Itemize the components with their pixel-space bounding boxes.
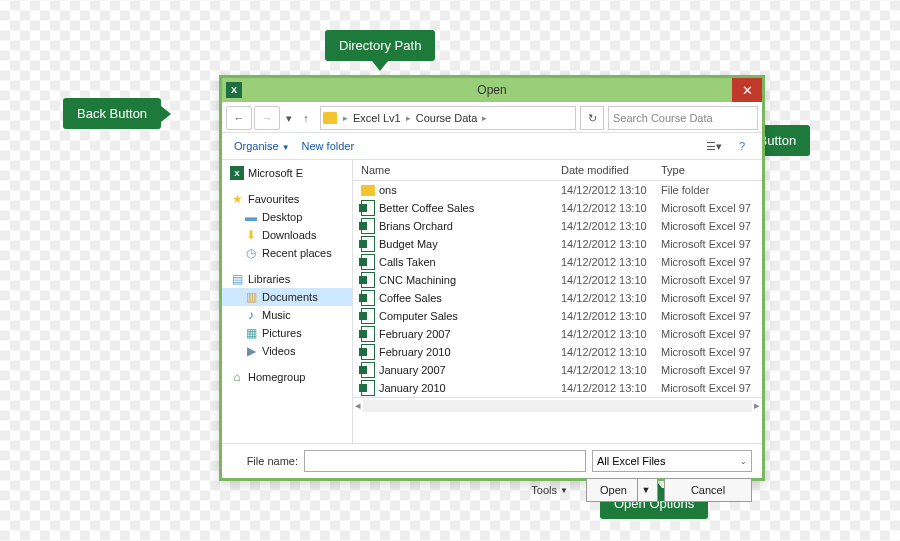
close-button[interactable]: ✕ [732,78,762,102]
file-type: Microsoft Excel 97 [661,382,762,394]
file-list: Name Date modified Type ons14/12/2012 13… [353,160,762,443]
organise-button[interactable]: Organise▼ [228,138,296,154]
sidebar-label: Downloads [262,229,316,241]
file-row[interactable]: February 201014/12/2012 13:10Microsoft E… [353,343,762,361]
file-type-filter[interactable]: All Excel Files ⌄ [592,450,752,472]
excel-file-icon [361,308,375,324]
refresh-button[interactable]: ↻ [580,106,604,130]
search-placeholder: Search Course Data [613,112,713,124]
excel-icon: X [230,166,244,180]
sidebar-item-documents[interactable]: ▥ Documents [222,288,352,306]
view-button[interactable]: ☰▾ [700,135,728,157]
file-date: 14/12/2012 13:10 [561,364,661,376]
file-type: Microsoft Excel 97 [661,256,762,268]
file-name: Computer Sales [379,310,458,322]
file-name: Coffee Sales [379,292,442,304]
file-date: 14/12/2012 13:10 [561,382,661,394]
new-folder-button[interactable]: New folder [296,138,361,154]
scrollbar-track[interactable] [363,400,752,412]
navigation-pane: X Microsoft E ★ Favourites ▬ Desktop ⬇ D… [222,160,353,443]
sidebar-item-libraries[interactable]: ▤ Libraries [222,270,352,288]
libraries-icon: ▤ [230,272,244,286]
file-row[interactable]: Budget May14/12/2012 13:10Microsoft Exce… [353,235,762,253]
file-row[interactable]: Brians Orchard14/12/2012 13:10Microsoft … [353,217,762,235]
file-type: Microsoft Excel 97 [661,220,762,232]
file-name: Calls Taken [379,256,436,268]
file-type: Microsoft Excel 97 [661,310,762,322]
column-date[interactable]: Date modified [561,160,661,180]
homegroup-icon: ⌂ [230,370,244,384]
recent-locations-button[interactable]: ▾ [282,107,296,129]
back-button[interactable]: ← [226,106,252,130]
sidebar-item-microsoft-excel[interactable]: X Microsoft E [222,164,352,182]
file-type: Microsoft Excel 97 [661,238,762,250]
forward-button[interactable]: → [254,106,280,130]
tools-button[interactable]: Tools ▼ [531,484,568,496]
scroll-right-icon[interactable]: ▸ [754,399,760,412]
file-row[interactable]: ons14/12/2012 13:10File folder [353,181,762,199]
open-button[interactable]: Open ▼ [586,478,658,502]
sidebar-label: Videos [262,345,295,357]
sidebar-label: Microsoft E [248,167,303,179]
file-row[interactable]: Computer Sales14/12/2012 13:10Microsoft … [353,307,762,325]
file-date: 14/12/2012 13:10 [561,220,661,232]
sidebar-item-videos[interactable]: ▶ Videos [222,342,352,360]
file-type: Microsoft Excel 97 [661,202,762,214]
column-name[interactable]: Name [353,160,561,180]
open-options-dropdown[interactable]: ▼ [638,485,654,495]
sidebar-item-favourites[interactable]: ★ Favourites [222,190,352,208]
titlebar: X Open ✕ [222,78,762,102]
excel-file-icon [361,380,375,396]
file-row[interactable]: CNC Machining14/12/2012 13:10Microsoft E… [353,271,762,289]
file-name: January 2010 [379,382,446,394]
file-row[interactable]: Calls Taken14/12/2012 13:10Microsoft Exc… [353,253,762,271]
scroll-left-icon[interactable]: ◂ [355,399,361,412]
open-dialog: X Open ✕ ← → ▾ ↑ ▸ Excel Lv1 ▸ Course Da… [219,75,765,481]
callout-back-button: Back Button [63,98,161,129]
sidebar-label: Recent places [262,247,332,259]
sidebar-item-downloads[interactable]: ⬇ Downloads [222,226,352,244]
sidebar-item-recent-places[interactable]: ◷ Recent places [222,244,352,262]
file-date: 14/12/2012 13:10 [561,292,661,304]
up-button[interactable]: ↑ [298,107,314,129]
breadcrumb-1[interactable]: Excel Lv1 [350,112,404,124]
file-name: Budget May [379,238,438,250]
music-icon: ♪ [244,308,258,322]
sidebar-item-homegroup[interactable]: ⌂ Homegroup [222,368,352,386]
open-label[interactable]: Open [590,479,638,501]
excel-file-icon [361,326,375,342]
column-type[interactable]: Type [661,160,762,180]
filename-input[interactable] [304,450,586,472]
sidebar-item-music[interactable]: ♪ Music [222,306,352,324]
sidebar-item-pictures[interactable]: ▦ Pictures [222,324,352,342]
dialog-footer: File name: All Excel Files ⌄ Tools ▼ Ope… [222,443,762,508]
breadcrumb-2[interactable]: Course Data [413,112,481,124]
horizontal-scrollbar[interactable]: ◂ ▸ [353,397,762,413]
file-type: Microsoft Excel 97 [661,274,762,286]
chevron-down-icon: ▼ [560,486,568,495]
pictures-icon: ▦ [244,326,258,340]
file-row[interactable]: January 200714/12/2012 13:10Microsoft Ex… [353,361,762,379]
address-bar[interactable]: ▸ Excel Lv1 ▸ Course Data ▸ [320,106,576,130]
sidebar-label: Favourites [248,193,299,205]
cancel-button[interactable]: Cancel [664,478,752,502]
file-name: ons [379,184,397,196]
column-headers: Name Date modified Type [353,160,762,181]
sidebar-item-desktop[interactable]: ▬ Desktop [222,208,352,226]
help-button[interactable]: ? [728,135,756,157]
file-type: Microsoft Excel 97 [661,346,762,358]
file-row[interactable]: January 201014/12/2012 13:10Microsoft Ex… [353,379,762,397]
search-input[interactable]: Search Course Data [608,106,758,130]
file-row[interactable]: February 200714/12/2012 13:10Microsoft E… [353,325,762,343]
file-row[interactable]: Better Coffee Sales14/12/2012 13:10Micro… [353,199,762,217]
toolbar: Organise▼ New folder ☰▾ ? [222,133,762,160]
sidebar-label: Desktop [262,211,302,223]
file-date: 14/12/2012 13:10 [561,346,661,358]
file-date: 14/12/2012 13:10 [561,238,661,250]
chevron-right-icon: ▸ [404,113,413,123]
chevron-down-icon: ⌄ [740,457,747,466]
excel-app-icon: X [226,82,242,98]
file-date: 14/12/2012 13:10 [561,310,661,322]
filter-label: All Excel Files [597,455,665,467]
file-row[interactable]: Coffee Sales14/12/2012 13:10Microsoft Ex… [353,289,762,307]
